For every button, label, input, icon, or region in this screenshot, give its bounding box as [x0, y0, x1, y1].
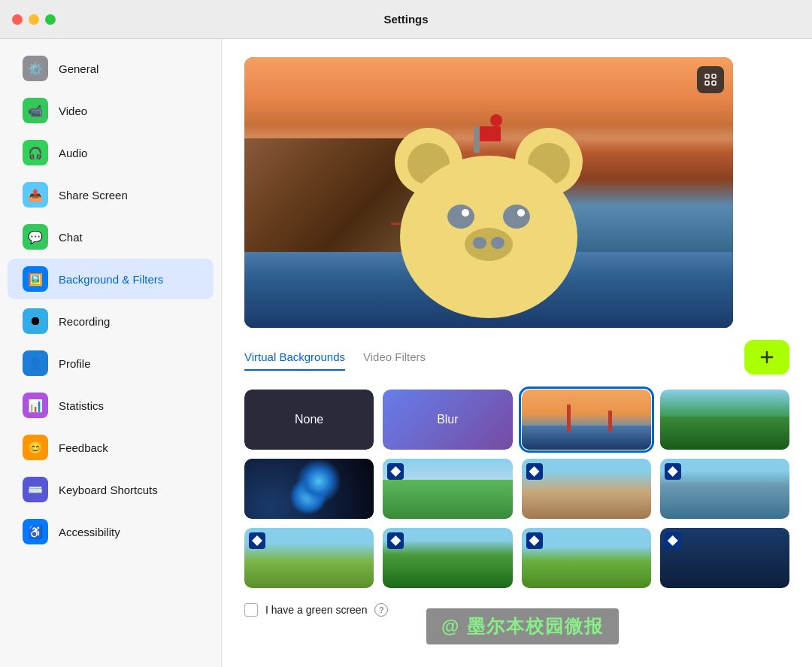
sidebar-label-video: Video [59, 105, 87, 117]
sidebar-label-recording: Recording [59, 315, 110, 328]
bg-trees[interactable] [383, 528, 512, 588]
svg-point-8 [517, 209, 525, 217]
uni-badge-campus1 [249, 532, 265, 549]
keyboard-icon: ⌨️ [23, 477, 48, 502]
bg-none[interactable]: None [244, 390, 374, 450]
uni-badge-building1 [526, 463, 543, 480]
window-title: Settings [383, 13, 428, 26]
sidebar-item-general[interactable]: ⚙️ General [8, 48, 214, 89]
add-background-button[interactable] [744, 340, 789, 374]
expand-button[interactable] [697, 66, 724, 93]
svg-rect-18 [712, 81, 716, 85]
bg-campus1[interactable] [244, 528, 374, 588]
sidebar-label-background: Background & Filters [59, 273, 163, 286]
uni-badge-building2 [665, 463, 681, 480]
bg-golf-img [383, 459, 512, 519]
maximize-button[interactable] [45, 14, 56, 25]
sidebar-item-accessibility[interactable]: ♿ Accessibility [8, 511, 214, 552]
sidebar-label-accessibility: Accessibility [59, 526, 120, 538]
sidebar-item-share-screen[interactable]: 📤 Share Screen [8, 174, 214, 215]
accessibility-icon: ♿ [23, 519, 48, 544]
sidebar-label-share-screen: Share Screen [59, 189, 128, 202]
sidebar: ⚙️ General 📹 Video 🎧 Audio 📤 Share Scree… [0, 39, 222, 667]
bear-avatar [380, 105, 598, 323]
main-container: ⚙️ General 📹 Video 🎧 Audio 📤 Share Scree… [0, 39, 812, 667]
svg-point-9 [465, 228, 513, 261]
green-screen-label: I have a green screen [265, 604, 367, 616]
svg-rect-16 [712, 74, 716, 78]
background-icon: 🖼️ [23, 266, 48, 292]
uni-badge-navy [665, 532, 681, 549]
svg-point-14 [490, 114, 502, 126]
bg-blur[interactable]: Blur [383, 390, 512, 450]
sidebar-item-profile[interactable]: 👤 Profile [8, 343, 214, 384]
bg-golf[interactable] [383, 459, 512, 519]
bg-building1[interactable] [522, 459, 651, 519]
bg-trees-img [383, 528, 512, 588]
svg-point-5 [447, 205, 474, 229]
green-screen-checkbox[interactable] [244, 603, 258, 617]
sidebar-label-profile: Profile [59, 357, 91, 370]
sidebar-item-background[interactable]: 🖼️ Background & Filters [8, 259, 214, 299]
bg-campus2[interactable] [522, 528, 651, 588]
sidebar-item-feedback[interactable]: 😊 Feedback [8, 427, 214, 468]
sidebar-label-general: General [59, 62, 98, 75]
uni-badge-campus2 [526, 532, 543, 549]
content-area: Virtual Backgrounds Video Filters None B… [222, 39, 812, 667]
sidebar-label-audio: Audio [59, 147, 87, 159]
bg-navy[interactable] [660, 528, 789, 588]
svg-point-6 [503, 205, 530, 229]
sidebar-label-feedback: Feedback [59, 441, 108, 454]
close-button[interactable] [12, 14, 23, 25]
bg-none-label: None [244, 390, 374, 450]
svg-rect-15 [705, 74, 709, 78]
tab-virtual-backgrounds[interactable]: Virtual Backgrounds [244, 344, 345, 371]
bg-building2-img [660, 459, 789, 519]
sidebar-item-chat[interactable]: 💬 Chat [8, 217, 214, 257]
recording-icon: ⏺ [23, 308, 48, 334]
green-screen-row: I have a green screen ? [244, 603, 789, 617]
sidebar-item-recording[interactable]: ⏺ Recording [8, 301, 214, 341]
backgrounds-grid: None Blur [244, 390, 789, 588]
uni-badge-golf [387, 463, 404, 480]
share-screen-icon: 📤 [23, 182, 48, 208]
sidebar-label-chat: Chat [59, 231, 83, 244]
svg-point-10 [473, 237, 486, 249]
sidebar-label-statistics: Statistics [59, 399, 104, 412]
svg-point-7 [462, 209, 469, 217]
tabs-row: Virtual Backgrounds Video Filters [244, 340, 789, 374]
bg-campus1-img [244, 528, 374, 588]
sidebar-item-statistics[interactable]: 📊 Statistics [8, 385, 214, 426]
sidebar-item-audio[interactable]: 🎧 Audio [8, 132, 214, 173]
svg-rect-12 [474, 126, 480, 153]
help-icon[interactable]: ? [374, 603, 388, 617]
svg-rect-17 [705, 81, 709, 85]
bg-space-img [244, 459, 374, 519]
chat-icon: 💬 [23, 224, 48, 250]
bg-nature[interactable] [660, 390, 789, 450]
sidebar-item-keyboard-shortcuts[interactable]: ⌨️ Keyboard Shortcuts [8, 469, 214, 510]
gear-icon: ⚙️ [23, 56, 48, 81]
bg-golden-gate[interactable] [522, 390, 651, 450]
title-bar: Settings [0, 0, 812, 39]
tab-video-filters[interactable]: Video Filters [363, 344, 426, 371]
bg-golden-gate-img [522, 390, 651, 450]
bg-building2[interactable] [660, 459, 789, 519]
bg-campus2-img [522, 528, 651, 588]
bg-blur-label: Blur [383, 390, 512, 450]
svg-point-11 [491, 237, 504, 249]
minimize-button[interactable] [29, 14, 39, 25]
video-preview [244, 57, 733, 328]
uni-badge-trees [387, 532, 404, 549]
traffic-lights [12, 14, 56, 25]
audio-icon: 🎧 [23, 140, 48, 165]
bg-space[interactable] [244, 459, 374, 519]
feedback-icon: 😊 [23, 435, 48, 460]
video-icon: 📹 [23, 98, 48, 123]
sidebar-label-keyboard-shortcuts: Keyboard Shortcuts [59, 484, 158, 496]
bg-nature-img [660, 390, 789, 450]
profile-icon: 👤 [23, 350, 48, 376]
bg-navy-img [660, 528, 789, 588]
statistics-icon: 📊 [23, 393, 48, 418]
sidebar-item-video[interactable]: 📹 Video [8, 90, 214, 131]
